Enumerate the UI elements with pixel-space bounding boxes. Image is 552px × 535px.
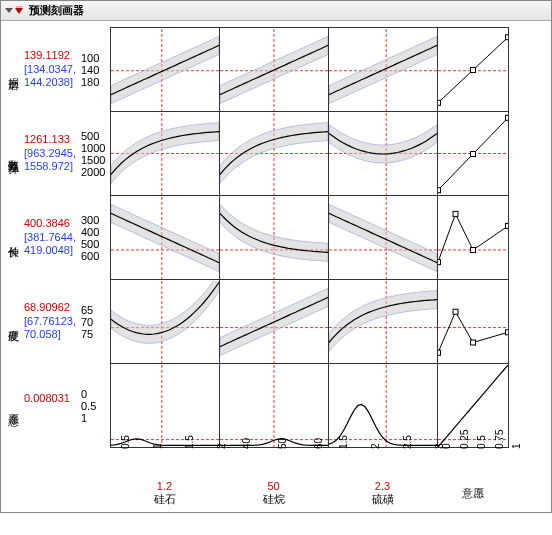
plot-磨损-意愿[interactable] <box>438 29 508 111</box>
plot-伸长-硅烷[interactable] <box>220 197 328 279</box>
xtick: 1 <box>152 443 163 449</box>
xtick: 0.5 <box>120 435 131 449</box>
ci-hi: 70.058] <box>24 328 61 340</box>
factor-value[interactable]: 50 <box>220 480 327 492</box>
pred-value: 1261.133 <box>24 133 70 145</box>
ytick: 400 <box>81 226 109 238</box>
ci-hi: 419.0048] <box>24 244 73 256</box>
ytick: 180 <box>81 76 109 88</box>
pred-value: 400.3846 <box>24 217 70 229</box>
svg-rect-9 <box>505 34 508 39</box>
xtick: 60 <box>313 438 324 449</box>
plot-硬度-硅石[interactable] <box>111 281 219 363</box>
factor-value[interactable]: 1.2 <box>111 480 218 492</box>
xtick: 40 <box>241 438 252 449</box>
ytick: 500 <box>81 130 109 142</box>
plot-伸长-硫磺[interactable] <box>329 197 437 279</box>
svg-rect-8 <box>470 67 475 72</box>
ytick: 500 <box>81 238 109 250</box>
ytick: 100 <box>81 52 109 64</box>
svg-rect-39 <box>453 309 458 314</box>
plot-弹性系数-硅烷[interactable] <box>220 113 328 195</box>
menu-icon[interactable] <box>15 8 23 14</box>
plot-弹性系数-意愿[interactable] <box>438 113 508 195</box>
svg-rect-30 <box>505 223 508 228</box>
svg-rect-18 <box>470 151 475 156</box>
xtick: 50 <box>277 438 288 449</box>
ytick: 65 <box>81 304 109 316</box>
svg-rect-27 <box>438 259 441 264</box>
plot-意愿-硅烷[interactable] <box>220 365 328 447</box>
factor-name: 硫磺 <box>329 492 436 507</box>
ytick: 140 <box>81 64 109 76</box>
xtick: 0 <box>441 443 452 449</box>
ci-lo: [963.2945, <box>24 147 76 159</box>
svg-rect-41 <box>505 329 508 334</box>
plot-磨损-硅石[interactable] <box>111 29 219 111</box>
ytick: 300 <box>81 214 109 226</box>
svg-rect-7 <box>438 100 441 105</box>
ci-hi: 144.2038] <box>24 76 73 88</box>
plot-伸长-硅石[interactable] <box>111 197 219 279</box>
xtick: 0.5 <box>476 435 487 449</box>
plot-磨损-硫磺[interactable] <box>329 29 437 111</box>
factor-value[interactable]: 2.3 <box>329 480 436 492</box>
ytick: 1 <box>81 412 109 424</box>
ytick: 0.5 <box>81 400 109 412</box>
title-text: 预测刻画器 <box>29 3 84 18</box>
svg-rect-28 <box>453 211 458 216</box>
titlebar[interactable]: 预测刻画器 <box>1 1 551 21</box>
factor-name: 硅烷 <box>220 492 327 507</box>
xtick: 1.5 <box>338 435 349 449</box>
ci-lo: [381.7644, <box>24 231 76 243</box>
svg-rect-19 <box>505 115 508 120</box>
ci-lo: [67.76123, <box>24 315 76 327</box>
pred-value: 139.1192 <box>24 49 70 61</box>
ytick: 0 <box>81 388 109 400</box>
xtick: 0.75 <box>494 430 505 449</box>
ytick: 70 <box>81 316 109 328</box>
profiler-matrix: 磨损 139.1192 [134.0347, 144.2038] 1001401… <box>1 21 551 512</box>
plot-弹性系数-硫磺[interactable] <box>329 113 437 195</box>
plot-硬度-意愿[interactable] <box>438 281 508 363</box>
xtick: 2.5 <box>402 435 413 449</box>
plot-硬度-硅烷[interactable] <box>220 281 328 363</box>
xtick: 1.5 <box>184 435 195 449</box>
xtick: 2 <box>370 443 381 449</box>
ytick: 1500 <box>81 154 109 166</box>
plot-弹性系数-硅石[interactable] <box>111 113 219 195</box>
ytick: 600 <box>81 250 109 262</box>
profiler-window: 预测刻画器 磨损 139.1192 [134.0347, 144.2038] 1… <box>0 0 552 513</box>
plot-硬度-硫磺[interactable] <box>329 281 437 363</box>
xtick: 0.25 <box>459 430 470 449</box>
factor-name: 硅石 <box>111 492 218 507</box>
svg-rect-17 <box>438 187 441 192</box>
pred-value: 68.90962 <box>24 301 70 313</box>
svg-rect-38 <box>438 350 441 355</box>
svg-rect-40 <box>470 340 475 345</box>
pred-value: 0.008031 <box>24 392 70 404</box>
ytick: 1000 <box>81 142 109 154</box>
ci-lo: [134.0347, <box>24 63 76 75</box>
ci-hi: 1558.972] <box>24 160 73 172</box>
xtick: 1 <box>511 443 522 449</box>
plot-磨损-硅烷[interactable] <box>220 29 328 111</box>
factor-name: 意愿 <box>438 486 507 501</box>
plot-伸长-意愿[interactable] <box>438 197 508 279</box>
svg-rect-29 <box>470 247 475 252</box>
disclosure-icon[interactable] <box>5 8 13 13</box>
ytick: 2000 <box>81 166 109 178</box>
ytick: 75 <box>81 328 109 340</box>
